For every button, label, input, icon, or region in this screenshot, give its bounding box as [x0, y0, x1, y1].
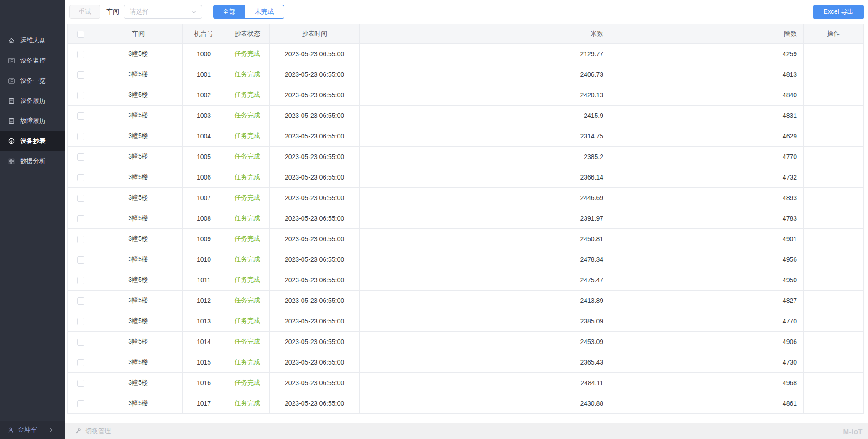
select-all-checkbox[interactable] [77, 31, 84, 38]
sidebar-user-footer[interactable]: 金坤军 [0, 421, 65, 439]
table-header-row: 车间 机台号 抄表状态 抄表时间 米数 圈数 操作 [68, 24, 864, 44]
cell-actions [804, 85, 864, 106]
row-checkbox[interactable] [77, 339, 84, 346]
row-checkbox[interactable] [77, 133, 84, 140]
cell-meters: 2453.09 [360, 332, 610, 352]
cell-loops: 4783 [610, 208, 804, 229]
row-checkbox[interactable] [77, 195, 84, 202]
table-row: 3幢5楼 1006 任务完成 2023-05-23 06:55:00 2366.… [68, 167, 864, 188]
row-checkbox[interactable] [77, 359, 84, 366]
cell-workshop: 3幢5楼 [94, 393, 183, 414]
row-checkbox-cell [68, 249, 94, 270]
row-checkbox-cell [68, 270, 94, 291]
cell-machine-no: 1009 [183, 229, 225, 249]
table-row: 3幢5楼 1012 任务完成 2023-05-23 06:55:00 2413.… [68, 291, 864, 311]
row-checkbox[interactable] [77, 92, 84, 99]
row-checkbox[interactable] [77, 112, 84, 120]
row-checkbox-cell [68, 373, 94, 393]
cell-machine-no: 1013 [183, 311, 225, 332]
cell-actions [804, 126, 864, 147]
header-checkbox-cell [68, 24, 94, 44]
row-checkbox[interactable] [77, 153, 84, 161]
retry-button[interactable]: 重试 [69, 5, 100, 19]
table-row: 3幢5楼 1011 任务完成 2023-05-23 06:55:00 2475.… [68, 270, 864, 291]
cell-meters: 2366.14 [360, 167, 610, 188]
sidebar: 运维大盘 设备监控 设备一览 设备履历 故障履历 [0, 0, 65, 439]
row-checkbox-cell [68, 85, 94, 106]
cell-workshop: 3幢5楼 [94, 126, 183, 147]
cell-meters: 2365.43 [360, 352, 610, 373]
table-row: 3幢5楼 1001 任务完成 2023-05-23 06:55:00 2406.… [68, 64, 864, 85]
cell-loops: 4968 [610, 373, 804, 393]
table-row: 3幢5楼 1005 任务完成 2023-05-23 06:55:00 2385.… [68, 147, 864, 167]
cell-status: 任务完成 [225, 147, 270, 167]
column-header-time: 抄表时间 [270, 24, 360, 44]
excel-export-button[interactable]: Excel 导出 [813, 5, 864, 19]
cell-meters: 2475.47 [360, 270, 610, 291]
cell-meters: 2420.13 [360, 85, 610, 106]
workshop-select[interactable]: 请选择 [124, 5, 202, 19]
cell-meters: 2450.81 [360, 229, 610, 249]
row-checkbox[interactable] [77, 51, 84, 58]
filter-all-button[interactable]: 全部 [213, 5, 245, 19]
cell-loops: 4956 [610, 249, 804, 270]
row-checkbox-cell [68, 167, 94, 188]
cell-status: 任务完成 [225, 249, 270, 270]
row-checkbox[interactable] [77, 174, 84, 181]
filter-incomplete-button[interactable]: 未完成 [245, 5, 284, 19]
cell-workshop: 3幢5楼 [94, 270, 183, 291]
cell-loops: 4950 [610, 270, 804, 291]
sidebar-item-device-monitor[interactable]: 设备监控 [0, 51, 65, 71]
cell-meters: 2484.11 [360, 373, 610, 393]
cell-actions [804, 147, 864, 167]
cell-actions [804, 44, 864, 64]
cell-time: 2023-05-23 06:55:00 [270, 44, 360, 64]
cell-workshop: 3幢5楼 [94, 44, 183, 64]
row-checkbox[interactable] [77, 380, 84, 387]
column-header-actions: 操作 [804, 24, 864, 44]
row-checkbox[interactable] [77, 400, 84, 407]
row-checkbox[interactable] [77, 318, 84, 325]
table-row: 3幢5楼 1008 任务完成 2023-05-23 06:55:00 2391.… [68, 208, 864, 229]
cell-workshop: 3幢5楼 [94, 64, 183, 85]
cell-actions [804, 393, 864, 414]
cell-machine-no: 1006 [183, 167, 225, 188]
row-checkbox[interactable] [77, 71, 84, 79]
row-checkbox[interactable] [77, 297, 84, 305]
cell-loops: 4906 [610, 332, 804, 352]
cell-actions [804, 167, 864, 188]
cell-time: 2023-05-23 06:55:00 [270, 332, 360, 352]
row-checkbox-cell [68, 64, 94, 85]
row-checkbox[interactable] [77, 215, 84, 222]
chevron-right-icon[interactable] [48, 427, 54, 433]
row-checkbox-cell [68, 106, 94, 126]
cell-status: 任务完成 [225, 311, 270, 332]
cell-loops: 4732 [610, 167, 804, 188]
cell-time: 2023-05-23 06:55:00 [270, 188, 360, 208]
sidebar-item-data-analysis[interactable]: 数据分析 [0, 151, 65, 171]
row-checkbox-cell [68, 208, 94, 229]
cell-status: 任务完成 [225, 291, 270, 311]
sidebar-item-label: 数据分析 [20, 157, 46, 165]
row-checkbox[interactable] [77, 256, 84, 264]
row-checkbox[interactable] [77, 236, 84, 243]
row-checkbox-cell [68, 291, 94, 311]
cell-machine-no: 1015 [183, 352, 225, 373]
row-checkbox[interactable] [77, 277, 84, 284]
sidebar-item-device-list[interactable]: 设备一览 [0, 71, 65, 91]
cell-machine-no: 1000 [183, 44, 225, 64]
cell-machine-no: 1012 [183, 291, 225, 311]
cell-loops: 4259 [610, 44, 804, 64]
sidebar-item-meter-reading[interactable]: 设备抄表 [0, 131, 65, 151]
row-checkbox-cell [68, 311, 94, 332]
cell-loops: 4730 [610, 352, 804, 373]
meter-reading-table-wrap: 车间 机台号 抄表状态 抄表时间 米数 圈数 操作 3幢5楼 1000 任务完成… [67, 24, 864, 414]
sidebar-item-device-history[interactable]: 设备履历 [0, 91, 65, 111]
cell-time: 2023-05-23 06:55:00 [270, 291, 360, 311]
sidebar-item-ops-dashboard[interactable]: 运维大盘 [0, 31, 65, 51]
sidebar-item-fault-history[interactable]: 故障履历 [0, 111, 65, 131]
table-row: 3幢5楼 1009 任务完成 2023-05-23 06:55:00 2450.… [68, 229, 864, 249]
switch-management-link[interactable]: 切换管理 [85, 427, 111, 435]
brand-label: M-IoT [843, 428, 863, 435]
column-header-status: 抄表状态 [225, 24, 270, 44]
